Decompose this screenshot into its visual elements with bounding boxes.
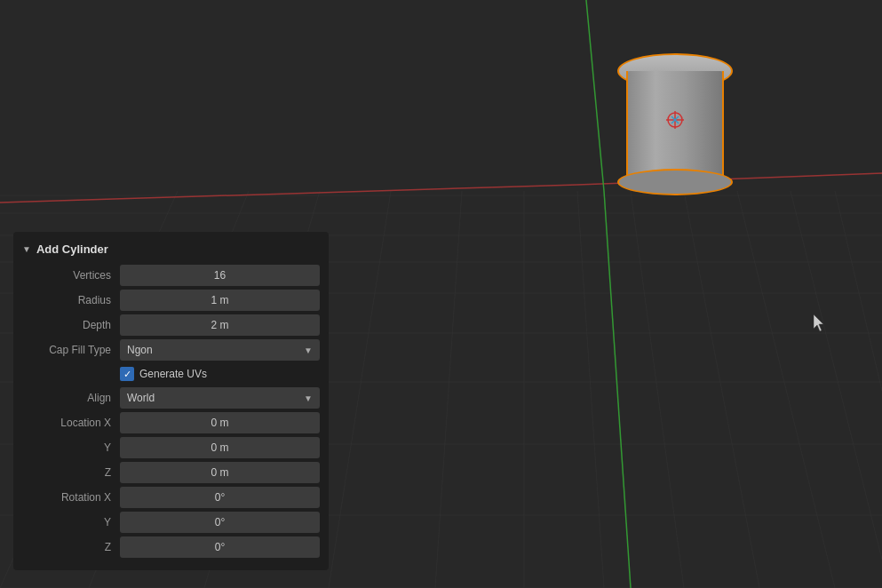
panel-header: ▼ Add Cylinder [13, 239, 329, 263]
location-z-input[interactable] [120, 462, 320, 483]
radius-input[interactable] [120, 290, 320, 311]
panel-collapse-icon[interactable]: ▼ [22, 244, 31, 254]
svg-line-20 [791, 191, 882, 560]
svg-line-19 [737, 191, 835, 588]
checkmark-icon: ✓ [123, 369, 131, 379]
location-x-input[interactable] [120, 412, 320, 433]
generate-uvs-row: ✓ Generate UVs [13, 362, 329, 385]
cap-fill-type-row: Cap Fill Type Nothing Ngon Triangle Fan … [13, 338, 329, 362]
panel-title: Add Cylinder [36, 242, 108, 256]
rotation-z-label: Z [22, 541, 120, 553]
rotation-x-row: Rotation X [13, 485, 329, 510]
svg-line-17 [631, 191, 684, 588]
align-wrapper: World View Cursor ▼ [120, 387, 320, 409]
svg-line-16 [577, 191, 604, 588]
svg-line-13 [329, 191, 391, 588]
align-label: Align [22, 392, 120, 404]
rotation-z-row: Z [13, 535, 329, 560]
rotation-y-label: Y [22, 516, 120, 528]
location-x-row: Location X [13, 410, 329, 435]
depth-row: Depth [13, 313, 329, 338]
location-z-row: Z [13, 460, 329, 485]
cap-fill-type-wrapper: Nothing Ngon Triangle Fan ▼ [120, 339, 320, 361]
align-row: Align World View Cursor ▼ [13, 385, 329, 410]
rotation-x-input[interactable] [120, 487, 320, 508]
svg-line-21 [835, 191, 882, 391]
cylinder-outline-left [626, 71, 628, 185]
cylinder-object [617, 53, 733, 187]
rotation-y-row: Y [13, 510, 329, 535]
location-y-row: Y [13, 435, 329, 460]
add-cylinder-panel: ▼ Add Cylinder Vertices Radius Depth Cap… [13, 232, 329, 570]
location-y-label: Y [22, 441, 120, 454]
radius-row: Radius [13, 288, 329, 313]
radius-label: Radius [22, 294, 120, 306]
cap-fill-type-select[interactable]: Nothing Ngon Triangle Fan [120, 339, 320, 361]
vertices-label: Vertices [22, 269, 120, 282]
vertices-input[interactable] [120, 265, 320, 286]
depth-label: Depth [22, 319, 120, 331]
generate-uvs-text: Generate UVs [139, 368, 207, 380]
cylinder-outline-right [722, 71, 724, 185]
svg-line-32 [604, 191, 631, 588]
cap-fill-type-label: Cap Fill Type [22, 344, 120, 356]
rotation-z-input[interactable] [120, 536, 320, 558]
generate-uvs-label[interactable]: ✓ Generate UVs [120, 367, 207, 381]
depth-input[interactable] [120, 314, 320, 336]
cylinder-bottom [617, 169, 733, 195]
align-select[interactable]: World View Cursor [120, 387, 320, 409]
rotation-x-label: Rotation X [22, 491, 120, 504]
rotation-y-input[interactable] [120, 512, 320, 533]
svg-line-29 [0, 185, 577, 203]
svg-line-31 [586, 0, 604, 191]
generate-uvs-checkbox[interactable]: ✓ [120, 367, 134, 381]
svg-line-18 [684, 191, 759, 588]
svg-line-14 [435, 191, 462, 588]
location-y-input[interactable] [120, 437, 320, 458]
location-z-label: Z [22, 466, 120, 479]
location-x-label: Location X [22, 417, 120, 429]
origin-crosshair [662, 107, 688, 133]
viewport-3d[interactable]: ▼ Add Cylinder Vertices Radius Depth Cap… [0, 0, 882, 588]
vertices-row: Vertices [13, 263, 329, 288]
